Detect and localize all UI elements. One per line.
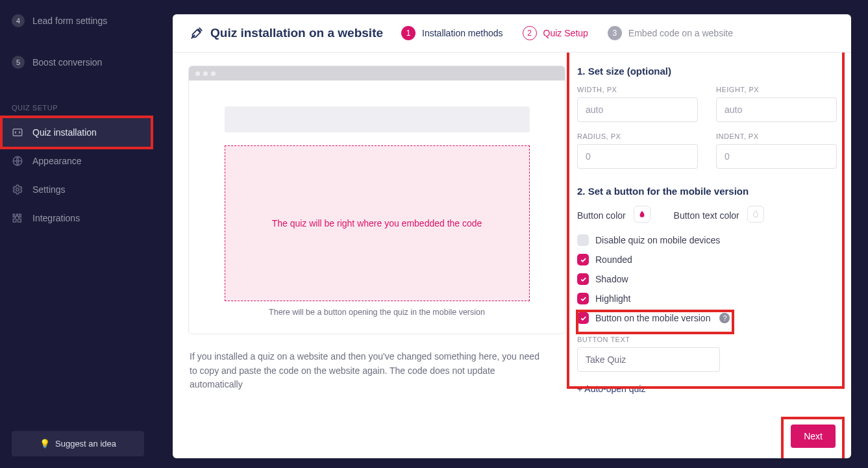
gear-icon [12, 184, 23, 195]
sidebar-item-label: Settings [32, 184, 66, 195]
suggest-label: Suggest an idea [55, 439, 116, 449]
step-label: Quiz Setup [543, 28, 588, 38]
sidebar-item-integrations[interactable]: Integrations [0, 204, 156, 232]
tools-icon [190, 26, 204, 40]
dashed-text: The quiz will be right where you embedde… [272, 218, 482, 228]
left-column: The quiz will be right where you embedde… [173, 53, 565, 458]
browser-bar [189, 66, 565, 80]
traffic-dot [211, 71, 216, 76]
step-label: Lead form settings [32, 16, 107, 26]
placeholder-bar [225, 106, 530, 132]
step-label: Installation methods [422, 28, 503, 38]
panel: Quiz installation on a website 1 Install… [173, 14, 851, 458]
traffic-dot [195, 71, 200, 76]
step-label: Boost conversion [32, 57, 102, 68]
svg-point-2 [16, 188, 19, 191]
sidebar-step-5[interactable]: 5 Boost conversion [0, 51, 156, 74]
sidebar-item-appearance[interactable]: Appearance [0, 147, 156, 175]
panel-body: The quiz will be right where you embedde… [173, 53, 851, 458]
step-1[interactable]: 1 Installation methods [401, 26, 503, 40]
step-2[interactable]: 2 Quiz Setup [523, 26, 588, 40]
step-number: 4 [12, 14, 25, 27]
right-column: 1. Set size (optional) WIDTH, PX HEIGHT,… [565, 53, 851, 458]
highlight-box [567, 53, 845, 389]
page-title: Quiz installation on a website [210, 26, 383, 40]
sidebar: 4 Lead form settings 5 Boost conversion … [0, 0, 156, 468]
preview-frame: The quiz will be right where you embedde… [188, 66, 565, 334]
step-label: Embed code on a website [628, 28, 733, 38]
traffic-dot [203, 71, 208, 76]
step-dot: 2 [523, 26, 537, 40]
puzzle-icon [12, 212, 23, 224]
step-indicator: 1 Installation methods 2 Quiz Setup 3 Em… [401, 26, 733, 40]
sidebar-item-label: Quiz installation [32, 127, 97, 138]
suggest-idea-button[interactable]: 💡 Suggest an idea [12, 431, 144, 456]
globe-icon [12, 155, 23, 167]
panel-header: Quiz installation on a website 1 Install… [173, 14, 851, 53]
quiz-embed-preview: The quiz will be right where you embedde… [225, 145, 530, 301]
browser-body: The quiz will be right where you embedde… [189, 80, 565, 334]
step-dot: 1 [401, 26, 415, 40]
panel-title: Quiz installation on a website [190, 26, 383, 40]
main: Quiz installation on a website 1 Install… [156, 0, 868, 468]
bulb-icon: 💡 [40, 439, 50, 449]
sidebar-item-quiz-installation[interactable]: Quiz installation [0, 116, 153, 149]
sidebar-item-label: Appearance [32, 156, 82, 166]
step-dot: 3 [608, 26, 622, 40]
sidebar-step-4[interactable]: 4 Lead form settings [0, 9, 156, 32]
highlight-box-mobile [576, 310, 734, 334]
sidebar-section-label: QUIZ SETUP [0, 74, 156, 118]
step-number: 5 [12, 56, 25, 69]
preview-hint: There will be a button opening the quiz … [221, 308, 532, 317]
code-icon [12, 127, 23, 138]
update-note: If you installed a quiz on a website and… [190, 350, 546, 392]
step-3[interactable]: 3 Embed code on a website [608, 26, 733, 40]
sidebar-item-label: Integrations [32, 213, 80, 223]
highlight-box-next [781, 417, 845, 458]
sidebar-item-settings[interactable]: Settings [0, 175, 156, 204]
